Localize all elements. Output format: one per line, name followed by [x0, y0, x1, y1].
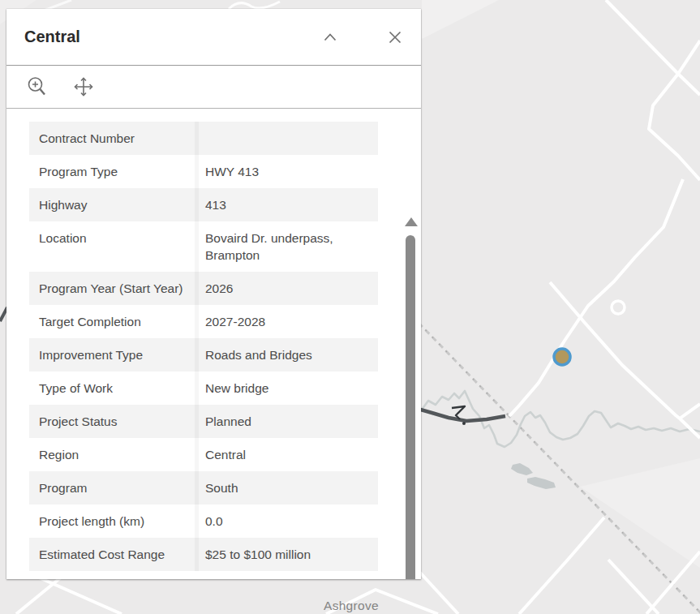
popup-content: Contract Number Program Type HWY 413 Hig… [6, 109, 421, 579]
collapse-button[interactable] [320, 30, 340, 45]
field-value: Roads and Bridges [199, 338, 378, 371]
table-row: Program South [29, 471, 378, 505]
field-label: Program Type [29, 155, 195, 188]
table-row: Type of Work New bridge [29, 371, 378, 405]
table-row: Program Year (Start Year) 2026 [29, 272, 378, 305]
field-value: Bovaird Dr. underpass, Brampton [199, 221, 378, 272]
zoom-to-icon [27, 88, 48, 101]
field-label: Type of Work [29, 371, 195, 405]
field-label: Improvement Type [29, 338, 195, 371]
field-label: Project length (km) [29, 505, 195, 538]
table-row: Improvement Type Roads and Bridges [29, 338, 378, 371]
table-row: Location Bovaird Dr. underpass, Brampton [29, 221, 378, 272]
ponds [511, 463, 556, 489]
table-row: Region Central [29, 438, 378, 471]
field-label: Highway [29, 188, 195, 221]
feature-popup: Central [6, 9, 421, 579]
field-value: $25 to $100 million [199, 538, 378, 571]
field-label: Estimated Cost Range [29, 538, 195, 571]
field-value: South [199, 471, 378, 505]
field-value: New bridge [199, 371, 378, 405]
field-value: 2026 [199, 272, 378, 305]
dark-road-dot [462, 422, 466, 425]
field-value: 413 [199, 188, 378, 221]
field-label: Project Status [29, 405, 195, 438]
field-value: 2027-2028 [199, 305, 378, 338]
field-value: Central [199, 438, 378, 471]
field-label: Target Completion [29, 305, 195, 338]
place-label-ashgrove: Ashgrove [324, 599, 379, 613]
scroll-up-arrow[interactable] [405, 217, 418, 226]
zoom-to-button[interactable] [24, 72, 51, 101]
field-label: Program [29, 471, 195, 505]
field-value: Planned [199, 405, 378, 438]
field-label: Contract Number [29, 122, 195, 155]
field-value: HWY 413 [199, 155, 378, 188]
popup-title: Central [24, 28, 320, 46]
field-label: Region [29, 438, 195, 471]
table-row: Project Status Planned [29, 405, 378, 438]
table-row: Program Type HWY 413 [29, 155, 378, 188]
popup-header: Central [6, 9, 421, 66]
scrollbar-thumb[interactable] [406, 235, 415, 579]
table-row: Highway 413 [29, 188, 378, 221]
field-value: 0.0 [199, 505, 378, 538]
close-button[interactable] [385, 28, 405, 47]
popup-toolbar [6, 66, 421, 109]
field-label: Location [29, 221, 195, 272]
table-row: Target Completion 2027-2028 [29, 305, 378, 338]
attribute-table: Contract Number Program Type HWY 413 Hig… [29, 122, 378, 571]
table-row: Contract Number [29, 122, 378, 155]
project-marker[interactable] [554, 349, 570, 365]
table-row: Project length (km) 0.0 [29, 505, 378, 538]
field-value [199, 122, 378, 155]
move-arrows-icon [73, 88, 94, 100]
table-row: Estimated Cost Range $25 to $100 million [29, 538, 378, 571]
move-button[interactable] [70, 73, 97, 101]
chevron-up-icon [324, 32, 337, 44]
field-label: Program Year (Start Year) [29, 272, 195, 305]
x-icon [389, 34, 402, 46]
